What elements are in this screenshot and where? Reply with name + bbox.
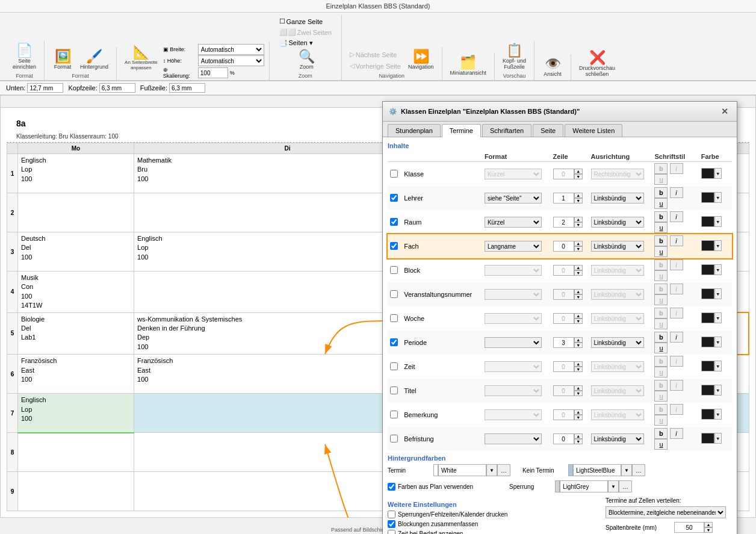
klasse-zeile-input[interactable] bbox=[553, 169, 574, 179]
naechste-seite-button[interactable]: ▷ Nächste Seite bbox=[347, 49, 404, 60]
kein-termin-dd[interactable]: ▼ bbox=[621, 464, 632, 476]
woche-under[interactable]: u bbox=[654, 318, 668, 329]
termin-color-dd[interactable]: ▼ bbox=[486, 464, 497, 476]
veranstaltung-format-select[interactable] bbox=[485, 289, 542, 300]
fach-checkbox[interactable] bbox=[390, 242, 398, 250]
lehrer-format-select[interactable]: siehe "Seite" bbox=[485, 193, 542, 203]
befristung-spin-up[interactable]: ▲ bbox=[574, 433, 583, 439]
klasse-spin-up[interactable]: ▲ bbox=[574, 169, 583, 174]
skalierung-input[interactable] bbox=[198, 67, 228, 78]
raum-spin-down[interactable]: ▼ bbox=[574, 222, 583, 228]
kopf-button[interactable]: 📋 Kopf- undFußzeile bbox=[500, 42, 529, 72]
woche-ausrichtung-select[interactable]: Linksbündig bbox=[591, 313, 644, 324]
periode-format-select[interactable] bbox=[485, 337, 542, 348]
block-ausrichtung-select[interactable]: Linksbündig bbox=[591, 265, 644, 276]
hintergrund-button[interactable]: 🖌️ Hintergrund bbox=[77, 48, 111, 72]
block-spin-up[interactable]: ▲ bbox=[574, 265, 583, 270]
tab-termine[interactable]: Termine bbox=[442, 124, 481, 137]
raum-ausrichtung-select[interactable]: Linksbündig bbox=[591, 217, 644, 228]
klasse-color-dd[interactable]: ▼ bbox=[714, 168, 722, 179]
raum-spin-up[interactable]: ▲ bbox=[574, 217, 583, 222]
block-bold[interactable]: b bbox=[654, 259, 668, 270]
tab-weitere-listen[interactable]: Weitere Listen bbox=[565, 124, 622, 137]
woche-zeile-input[interactable] bbox=[553, 313, 574, 324]
titel-bold[interactable]: b bbox=[654, 380, 668, 391]
veranstaltung-italic[interactable]: i bbox=[670, 284, 683, 294]
fach-format-select[interactable]: Langname bbox=[485, 241, 542, 252]
bemerkung-under[interactable]: u bbox=[654, 415, 668, 426]
periode-checkbox[interactable] bbox=[390, 338, 398, 346]
befristung-italic[interactable]: i bbox=[670, 428, 683, 439]
raum-color-dd[interactable]: ▼ bbox=[714, 216, 722, 227]
zeit-zeile-input[interactable] bbox=[553, 361, 574, 372]
druckvorschau-button[interactable]: ❌ Druckvorschauschließen bbox=[576, 49, 618, 79]
befristung-color-dd[interactable]: ▼ bbox=[714, 433, 722, 444]
befristung-ausrichtung-select[interactable]: Linksbündig bbox=[591, 433, 644, 444]
dialog-close-button[interactable]: ✕ bbox=[719, 105, 731, 117]
lehrer-italic[interactable]: i bbox=[670, 187, 683, 198]
seiten-button[interactable]: 📑 Seiten ▾ bbox=[276, 38, 316, 48]
termin-color-input[interactable]: White bbox=[438, 464, 486, 476]
veranstaltung-checkbox[interactable] bbox=[390, 290, 398, 298]
miniatur-button[interactable]: 🗂️ Miniaturansicht bbox=[447, 54, 490, 78]
periode-zeile-input[interactable] bbox=[553, 337, 574, 348]
raum-format-select[interactable]: Kürzel bbox=[485, 217, 542, 228]
raum-bold[interactable]: b bbox=[654, 211, 668, 222]
woche-format-select[interactable] bbox=[485, 313, 542, 324]
navigation-button[interactable]: ⏩ Navigation bbox=[405, 48, 437, 72]
lehrer-zeile-input[interactable] bbox=[553, 193, 574, 203]
zeit-bedarf-checkbox[interactable] bbox=[388, 530, 395, 534]
termine-verteilen-select[interactable]: Blocktermine, zeitgleiche nebeneinander bbox=[606, 506, 726, 518]
veranstaltung-spin-up[interactable]: ▲ bbox=[574, 289, 583, 294]
lehrer-bold[interactable]: b bbox=[654, 187, 668, 198]
befristung-under[interactable]: u bbox=[654, 439, 668, 450]
raum-checkbox[interactable] bbox=[390, 218, 398, 226]
fusszeile-input[interactable] bbox=[169, 83, 205, 93]
woche-spin-down[interactable]: ▼ bbox=[574, 318, 583, 324]
breite-select[interactable]: Automatisch bbox=[198, 44, 264, 55]
periode-italic[interactable]: i bbox=[670, 332, 683, 343]
woche-italic[interactable]: i bbox=[670, 308, 683, 318]
termin-extra-btn[interactable]: … bbox=[497, 464, 510, 476]
zoom-button[interactable]: 🔍 Zoom bbox=[296, 48, 318, 72]
zeit-ausrichtung-select[interactable]: Linksbündig bbox=[591, 361, 644, 372]
bemerkung-format-select[interactable] bbox=[485, 409, 542, 420]
block-under[interactable]: u bbox=[654, 270, 668, 281]
bemerkung-italic[interactable]: i bbox=[670, 404, 683, 415]
zeit-checkbox[interactable] bbox=[390, 362, 398, 370]
klasse-format-select[interactable]: Kürzel bbox=[485, 169, 542, 179]
titel-zeile-input[interactable] bbox=[553, 385, 574, 396]
klasse-under[interactable]: u bbox=[654, 174, 668, 185]
sperrung-dd[interactable]: ▼ bbox=[608, 480, 619, 492]
zeit-format-select[interactable] bbox=[485, 361, 542, 372]
ganze-seite-button[interactable]: ☐ Ganze Seite bbox=[276, 16, 326, 26]
woche-bold[interactable]: b bbox=[654, 308, 668, 318]
tab-seite[interactable]: Seite bbox=[533, 124, 563, 137]
zwei-seiten-button[interactable]: ⬜⬜ Zwei Seiten bbox=[276, 27, 335, 37]
periode-color-dd[interactable]: ▼ bbox=[714, 337, 722, 347]
kein-termin-input[interactable]: LightSteelBlue bbox=[573, 464, 621, 476]
raum-zeile-input[interactable] bbox=[553, 217, 574, 228]
lehrer-color-dd[interactable]: ▼ bbox=[714, 192, 722, 203]
titel-checkbox[interactable] bbox=[390, 387, 398, 394]
veranstaltung-spin-down[interactable]: ▼ bbox=[574, 294, 583, 300]
bemerkung-spin-up[interactable]: ▲ bbox=[574, 409, 583, 415]
block-checkbox[interactable] bbox=[390, 266, 398, 274]
zeit-italic[interactable]: i bbox=[670, 356, 683, 367]
bemerkung-spin-down[interactable]: ▼ bbox=[574, 415, 583, 420]
kopfzeile-input[interactable] bbox=[99, 83, 135, 93]
titel-color-dd[interactable]: ▼ bbox=[714, 385, 722, 396]
periode-spin-up[interactable]: ▲ bbox=[574, 337, 583, 343]
blockungen-checkbox[interactable] bbox=[388, 520, 395, 528]
fach-spin-down[interactable]: ▼ bbox=[574, 246, 583, 252]
klasse-italic[interactable]: i bbox=[670, 163, 683, 174]
block-color-dd[interactable]: ▼ bbox=[714, 264, 722, 275]
bemerkung-checkbox[interactable] bbox=[390, 411, 398, 418]
fach-zeile-input[interactable] bbox=[553, 241, 574, 252]
fach-bold[interactable]: b bbox=[654, 235, 668, 246]
woche-color-dd[interactable]: ▼ bbox=[714, 312, 722, 323]
bemerkung-zeile-input[interactable] bbox=[553, 409, 574, 420]
zeit-color-dd[interactable]: ▼ bbox=[714, 361, 722, 371]
lehrer-checkbox[interactable] bbox=[390, 194, 398, 202]
raum-italic[interactable]: i bbox=[670, 211, 683, 222]
